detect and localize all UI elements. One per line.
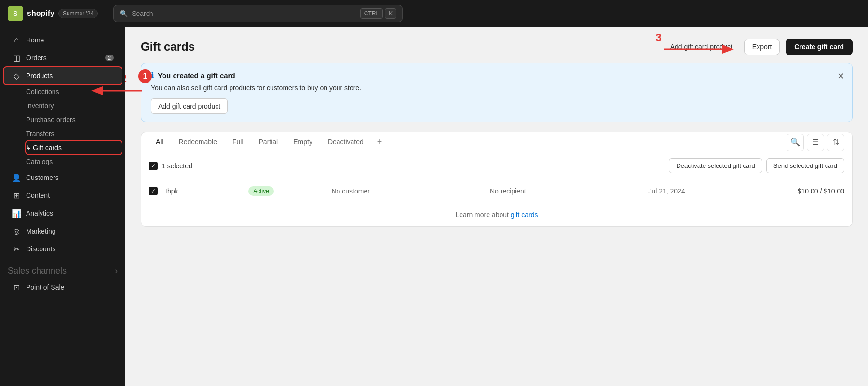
search-placeholder: Search	[132, 10, 153, 17]
table-view-controls: 🔍 ☰ ⇅	[787, 134, 844, 151]
pos-label: Point of Sale	[26, 283, 64, 291]
selected-count-label: 1 selected	[162, 162, 192, 170]
k-key: K	[385, 8, 396, 19]
arrow-3-svg	[664, 42, 741, 56]
tab-empty[interactable]: Empty	[286, 132, 319, 152]
sort-btn[interactable]: ⇅	[827, 134, 844, 151]
search-bar[interactable]: 🔍 Search CTRL K	[113, 5, 403, 22]
discounts-icon: ✂	[12, 244, 21, 254]
row-checkbox[interactable]: ✓	[149, 187, 158, 195]
arrow-2-svg	[125, 86, 132, 105]
sidebar-item-transfers[interactable]: Transfers	[26, 127, 122, 140]
gift-cards-card: All Redeemable Full Partial Empty Deacti…	[141, 132, 853, 227]
sidebar-item-products[interactable]: ◇ Products	[4, 67, 122, 84]
gift-card-code[interactable]: thpk	[165, 187, 241, 195]
info-banner: ℹ You created a gift card You can also s…	[141, 63, 853, 122]
search-table-btn[interactable]: 🔍	[787, 134, 804, 151]
sidebar-item-label: Analytics	[26, 209, 53, 217]
main-content: 1 Gift cards 3 Add gift card product Exp…	[125, 27, 868, 386]
inventory-label: Inventory	[26, 102, 54, 110]
sidebar-item-home[interactable]: ⌂ Home	[4, 31, 122, 49]
add-tab-btn[interactable]: +	[372, 133, 387, 151]
select-all-checkbox[interactable]: ✓	[149, 162, 158, 170]
gift-card-recipient: No recipient	[490, 187, 640, 195]
sidebar-item-label: Home	[26, 36, 44, 44]
sidebar-item-purchase-orders[interactable]: Purchase orders	[26, 113, 122, 126]
sidebar-item-discounts[interactable]: ✂ Discounts	[4, 240, 122, 258]
create-gift-card-btn[interactable]: Create gift card	[786, 39, 853, 55]
header-actions: 3 Add gift card product Export Create gi…	[659, 39, 853, 55]
sidebar-item-label: Marketing	[26, 227, 55, 235]
sales-channels-label: Sales channels	[8, 266, 67, 276]
table-row: ✓ thpk Active No customer No recipient J…	[141, 179, 852, 203]
filter-btn[interactable]: ☰	[807, 134, 824, 151]
sidebar-item-label: Content	[26, 192, 50, 199]
banner-add-gift-card-btn[interactable]: Add gift card product	[151, 98, 228, 114]
purchase-orders-label: Purchase orders	[26, 116, 76, 124]
sidebar-item-orders[interactable]: ◫ Orders 2	[4, 49, 122, 67]
banner-close-btn[interactable]: ✕	[837, 71, 844, 82]
content-icon: ⊞	[12, 191, 21, 200]
gift-cards-label: Gift cards	[33, 144, 62, 152]
topbar: S shopify Summer '24 🔍 Search CTRL K	[0, 0, 868, 27]
annotation-num-3: 3	[656, 31, 662, 44]
marketing-icon: ◎	[12, 226, 21, 236]
tab-all[interactable]: All	[149, 132, 170, 152]
home-icon: ⌂	[12, 35, 21, 45]
sidebar-item-label: Discounts	[26, 245, 55, 253]
tab-partial[interactable]: Partial	[252, 132, 285, 152]
table-toolbar: ✓ 1 selected Deactivate selected gift ca…	[141, 152, 852, 179]
orders-icon: ◫	[12, 53, 21, 63]
sidebar-item-gift-cards[interactable]: ↳ Gift cards	[26, 141, 122, 154]
products-icon: ◇	[12, 71, 21, 81]
shopify-logo-text: shopify	[27, 9, 54, 18]
export-btn[interactable]: Export	[744, 39, 780, 55]
info-icon: ℹ	[151, 71, 154, 80]
sidebar-item-inventory[interactable]: Inventory	[26, 99, 122, 112]
orders-badge: 2	[105, 55, 114, 61]
sales-channels-section: Sales channels ›	[0, 258, 125, 278]
tab-deactivated[interactable]: Deactivated	[321, 132, 370, 152]
tab-redeemable[interactable]: Redeemable	[172, 132, 224, 152]
summer-badge: Summer '24	[58, 9, 98, 18]
sidebar: ⌂ Home ◫ Orders 2 ◇ Products Collections…	[0, 27, 125, 386]
page-header: Gift cards 3 Add gift card product Expor…	[141, 39, 853, 55]
ctrl-key: CTRL	[360, 8, 383, 19]
page-title: Gift cards	[141, 40, 195, 54]
gift-cards-link[interactable]: gift cards	[511, 211, 538, 219]
sidebar-item-label: Orders	[26, 54, 47, 62]
collections-label: Collections	[26, 88, 59, 96]
sidebar-item-customers[interactable]: 👤 Customers	[4, 169, 122, 186]
annotation-2-wrapper: 2	[125, 86, 132, 107]
transfers-label: Transfers	[26, 130, 54, 138]
gift-card-status: Active	[248, 186, 324, 196]
analytics-icon: 📊	[12, 208, 21, 218]
annotation-num-2: 2	[125, 72, 127, 85]
sidebar-item-content[interactable]: ⊞ Content	[4, 187, 122, 204]
deactivate-selected-btn[interactable]: Deactivate selected gift card	[669, 158, 762, 173]
sidebar-item-collections[interactable]: Collections	[26, 85, 122, 98]
tab-full[interactable]: Full	[226, 132, 250, 152]
customers-icon: 👤	[12, 173, 21, 182]
sidebar-item-catalogs[interactable]: Catalogs	[26, 155, 122, 168]
status-badge: Active	[248, 186, 274, 196]
catalogs-label: Catalogs	[26, 158, 53, 165]
tabs-bar: All Redeemable Full Partial Empty Deacti…	[141, 132, 852, 152]
sidebar-item-analytics[interactable]: 📊 Analytics	[4, 205, 122, 222]
sidebar-item-label: Products	[26, 72, 53, 80]
sales-channels-expand-icon[interactable]: ›	[115, 266, 118, 276]
table-actions: Deactivate selected gift card Send selec…	[669, 158, 844, 173]
shopify-logo-icon: S	[8, 6, 23, 21]
banner-title-text: You created a gift card	[158, 71, 235, 80]
sidebar-item-marketing[interactable]: ◎ Marketing	[4, 222, 122, 240]
search-shortcut: CTRL K	[360, 8, 396, 19]
send-selected-btn[interactable]: Send selected gift card	[766, 158, 844, 173]
sidebar-item-pos[interactable]: ⊡ Point of Sale	[4, 278, 122, 296]
gift-card-date: Jul 21, 2024	[648, 187, 761, 195]
shopify-logo: S shopify Summer '24	[8, 6, 98, 21]
footer-text: Learn more about	[455, 211, 510, 219]
gift-card-customer: No customer	[331, 187, 482, 195]
gift-cards-arrow-icon: ↳	[26, 144, 31, 151]
gift-card-amount: $10.00 / $10.00	[769, 187, 844, 195]
sidebar-item-label: Customers	[26, 174, 59, 181]
